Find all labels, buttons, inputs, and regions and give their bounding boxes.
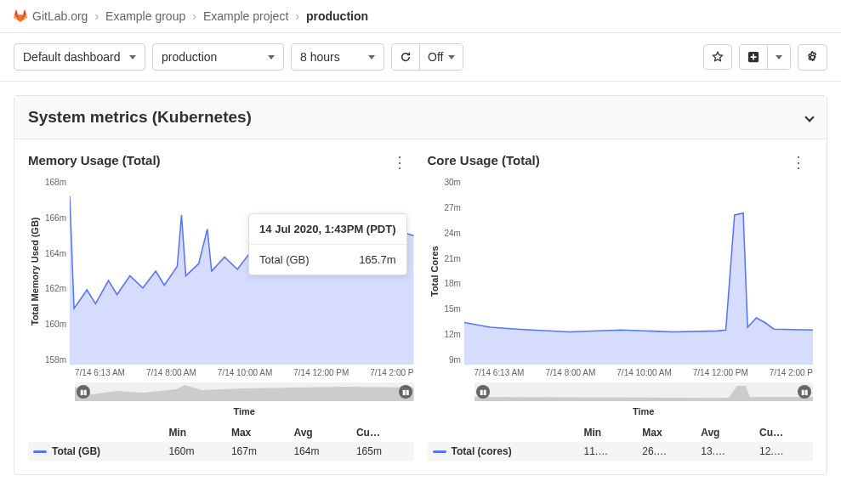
breadcrumb-project[interactable]: Example project (203, 9, 288, 23)
x-axis-ticks: 7/14 6:13 AM 7/14 8:00 AM 7/14 10:00 AM … (75, 368, 414, 377)
y-axis-ticks: 30m 27m 24m 21m 18m 15m 12m 9m (441, 178, 464, 365)
chevron-right-icon: › (295, 9, 299, 23)
chevron-down-icon (776, 55, 782, 59)
refresh-button[interactable] (392, 44, 420, 70)
chevron-right-icon: › (94, 9, 99, 23)
environment-dropdown[interactable]: production (152, 43, 284, 71)
gear-icon (806, 51, 819, 64)
chevron-right-icon: › (192, 9, 196, 23)
breadcrumb-group[interactable]: Example group (105, 9, 185, 23)
breadcrumb-org[interactable]: GitLab.org (32, 9, 88, 23)
refresh-control: Off (391, 43, 463, 71)
chart-title: Memory Usage (Total) (28, 153, 414, 167)
chart-memory: Memory Usage (Total) ⋮ Total Memory Used… (28, 153, 414, 461)
add-panel-control (739, 44, 791, 70)
add-panel-button[interactable] (740, 45, 768, 69)
legend-row[interactable]: Total (GB) 160m 167m 164m 165m (28, 442, 414, 461)
y-axis-label: Total Memory Used (GB) (28, 178, 42, 365)
minimap[interactable]: ▮▮ ▮▮ (474, 382, 814, 401)
chevron-down-icon (129, 55, 136, 59)
star-button[interactable] (703, 44, 732, 70)
plus-square-icon (747, 51, 759, 63)
star-icon (712, 51, 724, 63)
timerange-dropdown[interactable]: 8 hours (291, 43, 384, 71)
refresh-icon (400, 51, 412, 63)
toolbar: Default dashboard production 8 hours Off (0, 33, 841, 82)
dashboard-dropdown[interactable]: Default dashboard (14, 43, 145, 71)
metrics-panel: System metrics (Kubernetes) Memory Usage… (14, 95, 827, 475)
environment-dropdown-label: production (162, 50, 217, 64)
y-axis-ticks: 168m 166m 164m 162m 160m 158m (42, 178, 70, 365)
gitlab-logo-icon (14, 9, 27, 23)
minimap-handle-right[interactable]: ▮▮ (798, 385, 811, 399)
timerange-dropdown-label: 8 hours (300, 50, 340, 64)
tooltip-time: 14 Jul 2020, 1:43PM (PDT) (249, 214, 406, 245)
panel-header[interactable]: System metrics (Kubernetes) (14, 96, 827, 139)
dashboard-dropdown-label: Default dashboard (23, 50, 120, 64)
x-axis-label: Time (474, 406, 814, 416)
series-color-swatch (433, 450, 446, 453)
chart-core: Core Usage (Total) ⋮ Total Cores 30m 27m… (428, 153, 814, 461)
add-panel-dropdown[interactable] (768, 45, 790, 69)
minimap-handle-right[interactable]: ▮▮ (399, 385, 412, 399)
minimap[interactable]: ▮▮ ▮▮ (75, 382, 414, 401)
chart-title: Core Usage (Total) (428, 153, 814, 167)
legend-table: Min Max Avg Cu… Total (cores) 11.… 26.… … (428, 423, 814, 461)
chevron-down-icon (268, 55, 275, 59)
chevron-down-icon (448, 55, 455, 59)
breadcrumb-current: production (306, 9, 368, 23)
x-axis-label: Time (75, 406, 414, 416)
chart-plot-area[interactable] (464, 178, 813, 365)
legend-table: Min Max Avg Cu… Total (GB) 160m 167m 164… (28, 423, 414, 461)
chevron-down-icon (368, 55, 375, 59)
settings-button[interactable] (798, 44, 827, 71)
panel-title: System metrics (Kubernetes) (28, 108, 252, 127)
chart-menu-button[interactable]: ⋮ (784, 153, 813, 172)
x-axis-ticks: 7/14 6:13 AM 7/14 8:00 AM 7/14 10:00 AM … (474, 368, 814, 377)
breadcrumb: GitLab.org › Example group › Example pro… (0, 0, 841, 33)
autorefresh-dropdown[interactable]: Off (420, 44, 463, 70)
tooltip-value: 165.7m (359, 253, 395, 266)
y-axis-label: Total Cores (428, 178, 441, 365)
autorefresh-label: Off (428, 50, 443, 64)
minimap-handle-left[interactable]: ▮▮ (476, 385, 490, 399)
tooltip-series-label: Total (GB) (259, 253, 310, 266)
chart-tooltip: 14 Jul 2020, 1:43PM (PDT) Total (GB) 165… (248, 213, 406, 275)
chevron-down-icon (804, 112, 814, 122)
series-color-swatch (33, 450, 47, 453)
minimap-handle-left[interactable]: ▮▮ (77, 385, 90, 399)
chart-menu-button[interactable]: ⋮ (385, 153, 414, 172)
chart-plot-area[interactable]: 14 Jul 2020, 1:43PM (PDT) Total (GB) 165… (70, 178, 413, 365)
legend-row[interactable]: Total (cores) 11.… 26.… 13.… 12.… (428, 442, 814, 461)
